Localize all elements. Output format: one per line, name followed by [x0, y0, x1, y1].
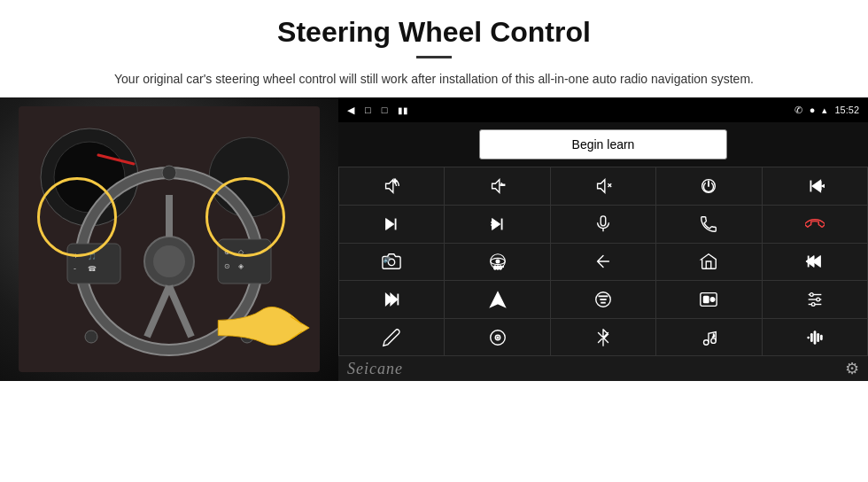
phone-signal-icon: ✆: [794, 105, 802, 116]
icon-vol-mute[interactable]: [551, 167, 655, 205]
svg-point-68: [704, 339, 709, 345]
svg-point-58: [711, 298, 716, 302]
page-title: Steering Wheel Control: [53, 16, 815, 49]
begin-learn-row: Begin learn: [338, 122, 868, 167]
svg-point-7: [153, 245, 185, 277]
svg-marker-46: [806, 256, 814, 268]
page-wrapper: Steering Wheel Control Your original car…: [0, 0, 868, 482]
svg-marker-32: [386, 218, 394, 229]
status-bar-right: ✆ ● ▴ 15:52: [794, 105, 859, 116]
svg-text:−: −: [500, 181, 504, 190]
icon-power[interactable]: [656, 167, 761, 205]
svg-point-22: [85, 330, 97, 343]
svg-rect-57: [704, 296, 709, 302]
icon-phone[interactable]: [656, 206, 761, 243]
icon-grid: + − |◀◀ ✕: [338, 167, 868, 356]
icon-record[interactable]: [656, 281, 761, 318]
back-nav-icon[interactable]: ◀: [347, 105, 354, 116]
svg-text:◈: ◈: [238, 262, 244, 270]
icon-camera[interactable]: 🔊: [339, 244, 444, 281]
wifi-icon: ▴: [822, 105, 827, 116]
svg-text:-: -: [74, 264, 76, 273]
icon-mic[interactable]: [551, 206, 655, 243]
status-bar: ◀ □ □ ▮▮ ✆ ● ▴ 15:52: [338, 97, 868, 122]
icon-voice-eq[interactable]: [763, 319, 867, 356]
android-panel: ◀ □ □ ▮▮ ✆ ● ▴ 15:52 Begin learn: [338, 97, 868, 381]
header-section: Steering Wheel Control Your original car…: [0, 0, 868, 97]
svg-text:♪: ♪: [712, 331, 716, 339]
svg-text:+: +: [393, 177, 397, 185]
icon-music[interactable]: ♪: [656, 319, 761, 356]
icon-shuffle[interactable]: ✕: [445, 206, 549, 243]
icon-back[interactable]: [551, 244, 655, 281]
icon-nav[interactable]: [445, 281, 549, 318]
svg-text:🔊: 🔊: [384, 256, 391, 263]
icon-bluetooth[interactable]: [551, 319, 655, 356]
svg-text:✕: ✕: [490, 220, 495, 228]
recents-nav-icon[interactable]: □: [382, 105, 388, 115]
yellow-arrow: [214, 301, 321, 354]
highlight-circle-left: [37, 177, 117, 257]
icon-hang-up[interactable]: [763, 206, 867, 243]
icon-eq[interactable]: [551, 281, 655, 318]
svg-marker-49: [391, 294, 397, 306]
icon-settings-tune[interactable]: [763, 281, 867, 318]
gear-icon[interactable]: ⚙: [845, 359, 859, 378]
svg-point-43: [496, 260, 500, 264]
svg-text:|◀◀: |◀◀: [819, 182, 825, 190]
watermark-text: Seicane: [347, 360, 403, 378]
icon-vol-down[interactable]: −: [445, 167, 549, 205]
content-area: + - 🎵 ☎ ⊕ ◇ ⊙ ◈: [0, 97, 868, 482]
svg-text:☎: ☎: [88, 265, 97, 273]
svg-point-62: [810, 293, 813, 297]
highlight-circle-right: [205, 177, 285, 257]
svg-point-67: [497, 337, 499, 338]
svg-point-64: [811, 303, 815, 307]
svg-text:⊙: ⊙: [224, 262, 230, 270]
icon-skip-forward[interactable]: [339, 206, 444, 243]
home-nav-icon[interactable]: □: [365, 105, 371, 115]
svg-point-63: [817, 298, 820, 301]
watermark-bar: Seicane ⚙: [338, 356, 868, 381]
title-divider: [416, 56, 452, 58]
status-bar-left: ◀ □ □ ▮▮: [347, 105, 408, 116]
icon-vol-up[interactable]: +: [339, 167, 444, 205]
icon-pen[interactable]: [339, 319, 444, 356]
svg-point-21: [162, 166, 176, 180]
steering-wheel-panel: + - 🎵 ☎ ⊕ ◇ ⊙ ◈: [0, 97, 338, 381]
location-icon: ●: [810, 105, 816, 115]
signal-icon: ▮▮: [398, 105, 408, 115]
steering-wheel-bg: + - 🎵 ☎ ⊕ ◇ ⊙ ◈: [0, 97, 338, 381]
icon-skip-back[interactable]: [763, 244, 867, 281]
svg-text:360°: 360°: [493, 266, 503, 271]
icon-radio[interactable]: [445, 319, 549, 356]
svg-marker-51: [490, 292, 505, 307]
subtitle: Your original car's steering wheel contr…: [97, 69, 771, 89]
begin-learn-button[interactable]: Begin learn: [479, 129, 727, 159]
icon-fast-forward[interactable]: [339, 281, 444, 318]
icon-prev-track[interactable]: |◀◀: [763, 167, 867, 205]
clock: 15:52: [834, 105, 859, 115]
icon-360[interactable]: 360°: [445, 244, 549, 281]
icon-home[interactable]: [656, 244, 761, 281]
svg-rect-37: [601, 216, 606, 226]
